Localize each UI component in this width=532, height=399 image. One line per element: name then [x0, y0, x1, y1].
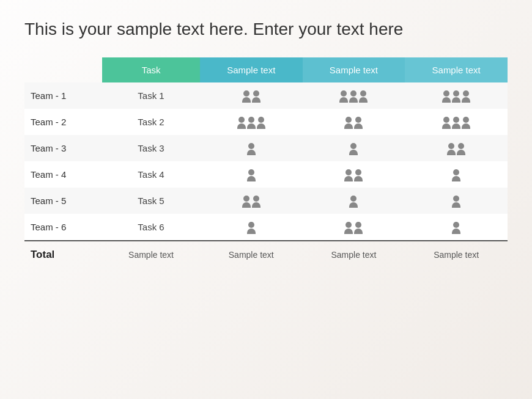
icons-col1	[200, 188, 303, 214]
icons-col3	[405, 135, 508, 161]
table-row: Team - 2 Task 2	[24, 109, 508, 135]
team-label: Team - 6	[24, 214, 102, 241]
total-col3: Sample text	[303, 241, 405, 268]
icons-col3	[405, 188, 508, 214]
team-label: Team - 1	[24, 82, 102, 109]
icons-col2	[303, 109, 405, 135]
total-row: Total Sample text Sample text Sample tex…	[24, 241, 508, 268]
task-label: Task 5	[102, 188, 200, 214]
page-title: This is your sample text here. Enter you…	[24, 18, 508, 40]
icons-col1	[200, 109, 303, 135]
table-row: Team - 1 Task 1	[24, 82, 508, 109]
table-row: Team - 3 Task 3	[24, 135, 508, 161]
total-label: Total	[24, 241, 102, 268]
table-row: Team - 6 Task 6	[24, 214, 508, 241]
table-row: Team - 4 Task 4	[24, 161, 508, 188]
total-col2: Sample text	[200, 241, 303, 268]
team-task-table: Task Sample text Sample text Sample text…	[24, 57, 508, 268]
team-label: Team - 3	[24, 135, 102, 161]
header-col-sample3: Sample text	[405, 57, 508, 82]
task-label: Task 2	[102, 109, 200, 135]
icons-col3	[405, 214, 508, 241]
icons-col1	[200, 135, 303, 161]
icons-col1	[200, 82, 303, 109]
header-col-task: Task	[102, 57, 200, 82]
icons-col1	[200, 214, 303, 241]
team-label: Team - 5	[24, 188, 102, 214]
icons-col2	[303, 161, 405, 188]
icons-col2	[303, 188, 405, 214]
icons-col3	[405, 109, 508, 135]
team-label: Team - 2	[24, 109, 102, 135]
task-label: Task 4	[102, 161, 200, 188]
icons-col2	[303, 82, 405, 109]
main-content: This is your sample text here. Enter you…	[0, 0, 532, 280]
team-label: Team - 4	[24, 161, 102, 188]
total-col4: Sample text	[405, 241, 508, 268]
icons-col2	[303, 214, 405, 241]
icons-col3	[405, 82, 508, 109]
icons-col2	[303, 135, 405, 161]
total-col1: Sample text	[102, 241, 200, 268]
header-col-sample2: Sample text	[303, 57, 405, 82]
task-label: Task 3	[102, 135, 200, 161]
task-label: Task 6	[102, 214, 200, 241]
table-row: Team - 5 Task 5	[24, 188, 508, 214]
task-label: Task 1	[102, 82, 200, 109]
icons-col1	[200, 161, 303, 188]
data-table-container: Task Sample text Sample text Sample text…	[24, 57, 508, 268]
header-col-sample1: Sample text	[200, 57, 303, 82]
icons-col3	[405, 161, 508, 188]
header-col-empty	[24, 57, 102, 82]
